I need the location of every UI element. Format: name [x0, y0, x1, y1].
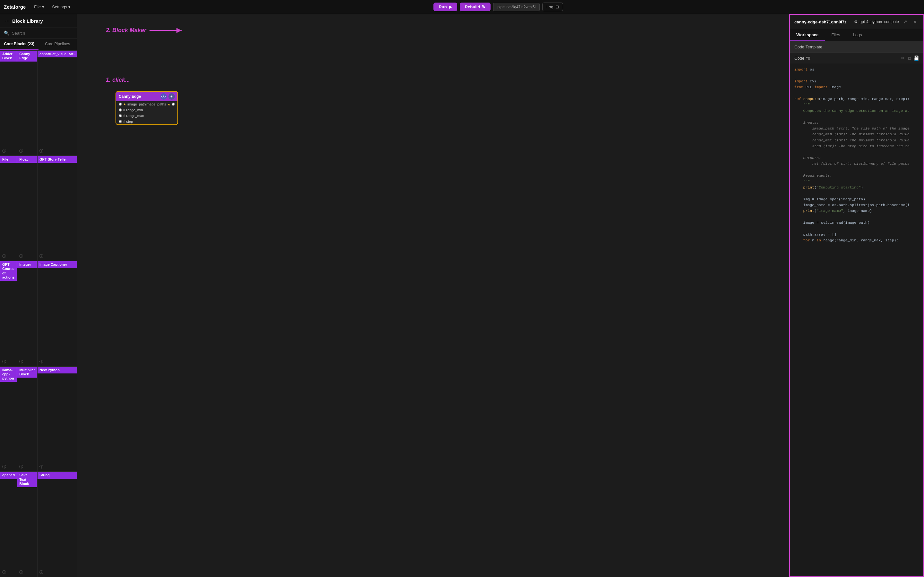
canvas-area[interactable]: 2. Block Maker 1. click...	[77, 14, 789, 577]
block-grid: Adder Block ⓘ Canny Edge ⓘ construct_vis…	[0, 50, 77, 577]
info-icon: ⓘ	[19, 570, 23, 575]
copy-icon[interactable]: ⧉	[908, 55, 911, 61]
info-icon: ⓘ	[2, 464, 6, 470]
node-port-row-step: # step	[116, 119, 178, 124]
info-icon: ⓘ	[39, 148, 43, 154]
chevron-down-icon: ▾	[68, 5, 71, 9]
block-item-canny[interactable]: Canny Edge ⓘ	[17, 50, 37, 156]
run-button[interactable]: Run ▶	[433, 3, 457, 11]
block-item-save-text[interactable]: Save Text Block ⓘ	[17, 472, 37, 577]
code-section: Code #0 ✏ ⧉ 💾 import os import cv2 from …	[790, 53, 923, 576]
info-icon: ⓘ	[19, 148, 23, 154]
node-port-row-range-min: # range_min	[116, 107, 178, 113]
block-item-llama[interactable]: llama-cpp-python ⓘ	[0, 366, 17, 472]
search-icon: 🔍	[4, 31, 9, 35]
code-block[interactable]: import os import cv2 from PIL import Ima…	[790, 63, 923, 576]
node-code-button[interactable]: </>	[160, 93, 167, 100]
port-dot-left	[119, 103, 122, 106]
block-item-new-python[interactable]: New Python ⓘ	[37, 366, 77, 472]
tab-workspace[interactable]: Workspace	[790, 29, 825, 41]
info-icon: ⓘ	[2, 253, 6, 259]
tab-logs[interactable]: Logs	[846, 29, 869, 41]
save-icon[interactable]: 💾	[913, 55, 919, 61]
block-item-multiplier[interactable]: Multiplier Block ⓘ	[17, 366, 37, 472]
pipeline-id: pipeline-9g47in2wmj5i	[493, 3, 540, 11]
file-menu[interactable]: File ▾	[31, 3, 47, 11]
port-dot-left	[119, 120, 122, 123]
code-title: Code #0	[795, 56, 810, 61]
rebuild-button[interactable]: Rebuild ↻	[460, 3, 491, 11]
block-item-gpt-course[interactable]: GPT Course of actions ⓘ	[0, 261, 17, 366]
main-layout: ← Block Library 🔍 Core Blocks (23) Core …	[0, 14, 924, 577]
right-panel: canny-edge-dsh71gnn0i7z ⚙ gpt-4_python_c…	[789, 14, 924, 577]
port-dot-left	[119, 114, 122, 117]
refresh-icon: ↻	[482, 5, 485, 9]
node-port-row-image: ★ image_path image_paths ★	[116, 101, 178, 107]
code-template-label: Code Template	[790, 41, 923, 53]
sidebar-tab-bar: Core Blocks (23) Core Pipelines	[0, 39, 77, 50]
brand-label: Zetaforge	[4, 4, 26, 10]
block-item-image-caption[interactable]: Image Captioner ⓘ	[37, 261, 77, 366]
sidebar-title: Block Library	[12, 18, 43, 24]
tab-core-pipelines[interactable]: Core Pipelines	[39, 39, 77, 50]
log-button[interactable]: Log ⊞	[542, 3, 563, 11]
right-panel-header: canny-edge-dsh71gnn0i7z ⚙ gpt-4_python_c…	[790, 15, 923, 29]
info-icon: ⓘ	[19, 464, 23, 470]
block-item-adder[interactable]: Adder Block ⓘ	[0, 50, 17, 156]
block-item-float[interactable]: Float ⓘ	[17, 156, 37, 261]
back-icon[interactable]: ←	[5, 18, 10, 24]
expand-button[interactable]: ⤢	[901, 18, 909, 26]
info-icon: ⓘ	[2, 570, 6, 575]
info-icon: ⓘ	[19, 359, 23, 364]
node-eye-button[interactable]: 👁	[168, 93, 175, 100]
tab-files[interactable]: Files	[825, 29, 846, 41]
settings-menu[interactable]: Settings ▾	[49, 3, 74, 11]
node-port-row-range-max: # range_max	[116, 113, 178, 119]
edit-icon[interactable]: ✏	[901, 55, 905, 61]
compute-name: ⚙ gpt-4_python_compute	[854, 19, 899, 24]
log-icon: ⊞	[556, 5, 559, 9]
annotation-block-maker: 2. Block Maker	[106, 27, 188, 34]
topnav-center: Run ▶ Rebuild ↻ pipeline-9g47in2wmj5i Lo…	[433, 3, 563, 11]
tab-core-blocks[interactable]: Core Blocks (23)	[0, 39, 39, 50]
block-item-construct[interactable]: construct_visualizat... ⓘ	[37, 50, 77, 156]
info-icon: ⓘ	[19, 253, 23, 259]
block-item-gpt-story[interactable]: GPT Story Teller ⓘ	[37, 156, 77, 261]
close-button[interactable]: ✕	[911, 18, 919, 26]
sidebar: ← Block Library 🔍 Core Blocks (23) Core …	[0, 14, 77, 577]
block-item-opencd[interactable]: opencd ⓘ	[0, 472, 17, 577]
code-header: Code #0 ✏ ⧉ 💾	[790, 53, 923, 63]
block-item-file[interactable]: File ⓘ	[0, 156, 17, 261]
compute-icon: ⚙	[854, 19, 858, 24]
info-icon: ⓘ	[39, 253, 43, 259]
topnav-menu: File ▾ Settings ▾	[31, 3, 74, 11]
chevron-down-icon: ▾	[42, 5, 44, 9]
panel-block-name: canny-edge-dsh71gnn0i7z	[795, 19, 846, 24]
node-card: Canny Edge </> 👁 ★ image_path image_path…	[115, 91, 178, 125]
search-input[interactable]	[12, 31, 73, 35]
play-icon: ▶	[449, 5, 452, 9]
info-icon: ⓘ	[39, 359, 43, 364]
port-dot-right	[172, 103, 175, 106]
node-header: Canny Edge </> 👁	[116, 92, 178, 101]
info-icon: ⓘ	[2, 359, 6, 364]
block-item-string[interactable]: String ⓘ	[37, 472, 77, 577]
port-dot-left	[119, 108, 122, 111]
panel-tabs: Workspace Files Logs	[790, 29, 923, 41]
annotation-click: 1. click...	[106, 77, 130, 83]
sidebar-header: ← Block Library	[0, 14, 77, 28]
topnav: Zetaforge File ▾ Settings ▾ Run ▶ Rebuil…	[0, 0, 924, 14]
info-icon: ⓘ	[39, 464, 43, 470]
search-bar: 🔍	[0, 28, 77, 39]
block-item-integer[interactable]: Integer ⓘ	[17, 261, 37, 366]
info-icon: ⓘ	[2, 148, 6, 154]
info-icon: ⓘ	[39, 570, 43, 575]
